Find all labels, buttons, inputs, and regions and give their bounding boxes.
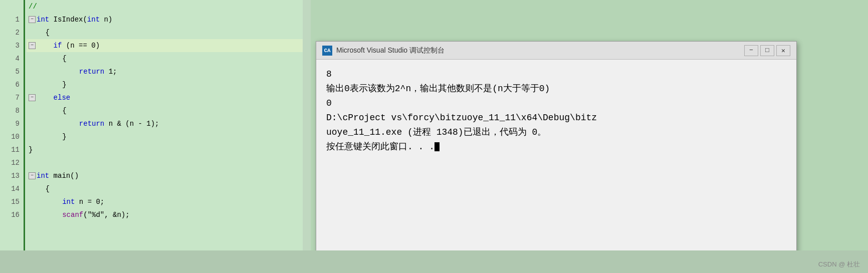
collapse-icon-3[interactable]: − bbox=[29, 42, 36, 49]
code-line-16: scanf ("%d", &n); bbox=[27, 208, 311, 221]
line-num-6: 6 bbox=[0, 78, 24, 91]
code-line-4: { bbox=[27, 52, 311, 65]
scroll-bar[interactable] bbox=[303, 0, 311, 250]
maximize-button[interactable]: □ bbox=[760, 45, 774, 56]
console-titlebar: CA Microsoft Visual Studio 调试控制台 − □ ✕ bbox=[316, 42, 796, 60]
console-output-6: 按任意键关闭此窗口. . . bbox=[326, 140, 786, 154]
cursor-block bbox=[435, 142, 440, 151]
line-num-12: 12 bbox=[0, 156, 24, 169]
collapse-icon-1[interactable]: − bbox=[29, 16, 36, 23]
console-output-5: uoye_11_11.exe (进程 1348)已退出，代码为 0。 bbox=[326, 126, 786, 139]
line-num-2: 2 bbox=[0, 26, 24, 39]
code-line-2: { bbox=[27, 26, 311, 39]
line-num-16: 16 bbox=[0, 208, 24, 221]
code-line-6: } bbox=[27, 78, 311, 91]
window-controls: − □ ✕ bbox=[744, 45, 790, 56]
line-num-3: 3 bbox=[0, 39, 24, 52]
collapse-icon-7[interactable]: − bbox=[29, 94, 36, 101]
console-window: CA Microsoft Visual Studio 调试控制台 − □ ✕ 8… bbox=[316, 41, 797, 256]
line-num-5: 5 bbox=[0, 65, 24, 78]
code-line-12 bbox=[27, 156, 311, 169]
line-numbers: 1 2 3 4 5 6 7 8 9 10 11 12 13 14 15 16 bbox=[0, 0, 25, 250]
collapse-icon-13[interactable]: − bbox=[29, 172, 36, 179]
line-num-11: 11 bbox=[0, 143, 24, 156]
line-num-1: 1 bbox=[0, 13, 24, 26]
csdn-watermark: CSDN @ 杜壮 bbox=[818, 260, 860, 269]
console-body: 8 输出0表示该数为2^n，输出其他数则不是(n大于等于0) 0 D:\cPro… bbox=[316, 60, 796, 256]
titlebar-left: CA Microsoft Visual Studio 调试控制台 bbox=[322, 46, 445, 56]
code-line-11: } bbox=[27, 143, 311, 156]
minimize-button[interactable]: − bbox=[744, 45, 758, 56]
code-line-5: return 1; bbox=[27, 65, 311, 78]
line-num-9: 9 bbox=[0, 117, 24, 130]
console-app-icon: CA bbox=[322, 46, 332, 56]
code-lines: // − int IsIndex( int n) { − if (n == 0)… bbox=[27, 0, 311, 250]
line-num-7: 7 bbox=[0, 91, 24, 104]
line-num-10: 10 bbox=[0, 130, 24, 143]
code-line-10: } bbox=[27, 130, 311, 143]
code-line-15: int n = 0; bbox=[27, 195, 311, 208]
bottom-area bbox=[0, 250, 868, 273]
code-editor: 1 2 3 4 5 6 7 8 9 10 11 12 13 14 15 16 /… bbox=[0, 0, 311, 250]
console-output-4: D:\cProject vs\forcy\bitzuoye_11_11\x64\… bbox=[326, 111, 786, 125]
line-num-blank bbox=[0, 0, 24, 13]
close-button[interactable]: ✕ bbox=[776, 45, 790, 56]
code-line-13: − int main() bbox=[27, 169, 311, 182]
code-line-7: − else bbox=[27, 91, 311, 104]
code-line-14: { bbox=[27, 182, 311, 195]
console-output-1: 8 bbox=[326, 68, 786, 81]
code-line-3: − if (n == 0) bbox=[27, 39, 311, 52]
line-num-15: 15 bbox=[0, 195, 24, 208]
code-line-comment: // bbox=[27, 0, 311, 13]
line-num-13: 13 bbox=[0, 169, 24, 182]
line-num-14: 14 bbox=[0, 182, 24, 195]
console-output-3: 0 bbox=[326, 97, 786, 110]
code-line-1: − int IsIndex( int n) bbox=[27, 13, 311, 26]
line-num-8: 8 bbox=[0, 104, 24, 117]
code-line-9: return n & (n - 1); bbox=[27, 117, 311, 130]
code-line-8: { bbox=[27, 104, 311, 117]
line-num-4: 4 bbox=[0, 52, 24, 65]
console-output-2: 输出0表示该数为2^n，输出其他数则不是(n大于等于0) bbox=[326, 82, 786, 96]
console-title: Microsoft Visual Studio 调试控制台 bbox=[336, 46, 445, 55]
